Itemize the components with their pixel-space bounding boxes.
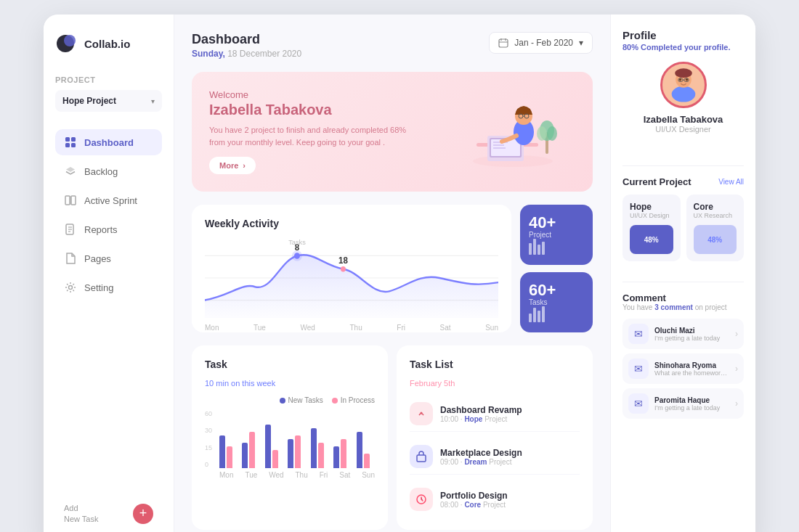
- sidebar-item-dashboard[interactable]: Dashboard: [55, 129, 162, 155]
- bar-new: [311, 428, 317, 468]
- task-meta: 08:00 · Core Project: [440, 501, 580, 509]
- project-cards: Hope UI/UX Design 48% Core UX Research 4…: [622, 195, 744, 261]
- grid-icon: [64, 136, 77, 149]
- page-title: Dashboard: [192, 32, 301, 47]
- task-item[interactable]: Portfolio Design 08:00 · Core Project: [410, 482, 580, 517]
- comment-arrow-icon: ›: [735, 398, 738, 409]
- bar-chart: Mon Tue Wed Thu Fri Sat Sun: [219, 410, 375, 479]
- sidebar-item-pages[interactable]: Pages: [55, 245, 162, 271]
- calendar-icon: [498, 38, 508, 48]
- section-divider: [622, 165, 744, 166]
- file-text-icon: [64, 223, 77, 236]
- svg-rect-46: [417, 455, 426, 462]
- nav-items: Dashboard Backlog Active Sprint Reports: [55, 129, 162, 483]
- comment-info: Oluchi Mazi I'm getting a late today: [654, 327, 729, 342]
- svg-point-13: [69, 286, 73, 290]
- bar-group-wed: [265, 425, 283, 468]
- project-hope-name: Hope: [630, 202, 673, 212]
- svg-text:18: 18: [338, 255, 348, 266]
- book-open-icon: [64, 194, 77, 207]
- bar-new: [288, 439, 293, 468]
- project-hope-type: UI/UX Design: [630, 212, 673, 219]
- stat-project-card: 40+ Project: [520, 205, 593, 265]
- legend-process-dot: [332, 398, 338, 404]
- task-info: Dashboard Revamp 10:00 · Hope Project: [440, 405, 580, 423]
- weekly-activity-card: Weekly Activity: [192, 205, 511, 332]
- comment-arrow-icon: ›: [735, 329, 738, 339]
- task-legend: New Tasks In Process: [205, 396, 375, 404]
- sidebar-item-active-sprint[interactable]: Active Sprint: [55, 187, 162, 213]
- sidebar-item-label: Pages: [84, 253, 111, 264]
- comment-item-shinohara[interactable]: ✉ Shinohara Ryoma What are the homework.…: [622, 353, 744, 384]
- task-list-card: Task List February 5th Dashboard Revamp …: [397, 345, 593, 530]
- add-task-area: Add New Task +: [55, 497, 162, 530]
- project-core-name: Core: [694, 202, 737, 212]
- main-content: Dashboard Sunday, 18 December 2020 Jan -…: [174, 15, 610, 532]
- area-chart: 8 Tasks 18 Mon Tue Wed Thu Fri Sat Sun: [205, 238, 498, 318]
- task-item[interactable]: Dashboard Revamp 10:00 · Hope Project: [410, 396, 580, 432]
- task-icon-portfolio: [410, 488, 433, 511]
- commenter-name: Paromita Haque: [654, 396, 729, 404]
- comment-item-paromita[interactable]: ✉ Paromita Haque I'm getting a late toda…: [622, 388, 744, 419]
- profile-complete: 80% Completed your profile.: [622, 43, 744, 52]
- view-all-button[interactable]: View All: [718, 178, 744, 186]
- bar-group-mon: [219, 435, 238, 468]
- bar-process: [364, 454, 370, 468]
- stat-project-bars: [529, 239, 584, 255]
- project-hope-pct: 48%: [630, 225, 673, 254]
- svg-point-42: [341, 266, 346, 271]
- task-icon-marketplace: [410, 445, 433, 468]
- task-list-title: Task List: [410, 359, 580, 370]
- svg-point-48: [671, 86, 695, 102]
- logo-icon: [55, 32, 78, 55]
- more-button[interactable]: More ›: [209, 157, 256, 174]
- svg-rect-2: [65, 137, 70, 142]
- sidebar-item-label: Reports: [84, 224, 118, 235]
- stat-tasks-card: 60+ Tasks: [520, 272, 593, 332]
- date-range-text: Jan - Feb 2020: [514, 38, 573, 48]
- profile-complete-text: Completed your profile.: [641, 43, 730, 52]
- task-info: Portfolio Design 08:00 · Core Project: [440, 491, 580, 509]
- stat-tasks-label: Tasks: [529, 298, 584, 306]
- current-project-section: Current Project View All Hope UI/UX Desi…: [622, 176, 744, 271]
- svg-rect-14: [499, 39, 508, 47]
- project-selector[interactable]: Hope Project ▾: [55, 90, 162, 112]
- sidebar-item-backlog[interactable]: Backlog: [55, 158, 162, 184]
- banner-illustration: [455, 96, 571, 168]
- task-card: Task 10 min on this week New Tasks In Pr…: [192, 345, 388, 530]
- day-label-wed: Wed: [301, 324, 315, 332]
- settings-icon: [64, 281, 77, 294]
- date-range-button[interactable]: Jan - Feb 2020 ▾: [489, 32, 593, 54]
- project-card-core[interactable]: Core UX Research 48%: [686, 195, 745, 261]
- sidebar-item-label: Backlog: [84, 166, 118, 177]
- legend-process-label: In Process: [341, 396, 375, 404]
- svg-rect-5: [71, 143, 76, 147]
- bar-group-tue: [242, 432, 260, 468]
- day-label-mon: Mon: [205, 324, 219, 332]
- comment-title: Comment: [622, 292, 744, 303]
- sidebar-item-reports[interactable]: Reports: [55, 216, 162, 242]
- bar-process: [341, 439, 346, 468]
- add-task-button[interactable]: +: [133, 504, 153, 524]
- svg-rect-7: [71, 196, 76, 205]
- logo-text: Collab.io: [84, 38, 130, 50]
- bar-new: [242, 443, 248, 468]
- task-item[interactable]: Marketplace Design 09:00 · Dream Project: [410, 439, 580, 475]
- day-label-fri: Fri: [397, 324, 405, 332]
- sidebar-item-setting[interactable]: Setting: [55, 274, 162, 300]
- svg-point-50: [675, 68, 692, 78]
- legend-new-label: New Tasks: [288, 396, 323, 404]
- file-icon: [64, 252, 77, 265]
- bar-group-sun: [357, 432, 375, 468]
- task-meta: 10:00 · Hope Project: [440, 415, 580, 423]
- welcome-description: You have 2 project to finish and already…: [209, 124, 413, 148]
- legend-in-process: In Process: [332, 396, 375, 404]
- svg-point-45: [421, 412, 423, 414]
- svg-point-34: [547, 126, 557, 141]
- project-card-hope[interactable]: Hope UI/UX Design 48%: [622, 195, 681, 261]
- logo-area: Collab.io: [55, 32, 162, 55]
- comment-item-oluchi[interactable]: ✉ Oluchi Mazi I'm getting a late today ›: [622, 319, 744, 349]
- profile-name: Izabella Tabakova: [644, 114, 723, 125]
- task-info: Marketplace Design 09:00 · Dream Project: [440, 448, 580, 466]
- profile-section: Profile 80% Completed your profile.: [622, 29, 744, 141]
